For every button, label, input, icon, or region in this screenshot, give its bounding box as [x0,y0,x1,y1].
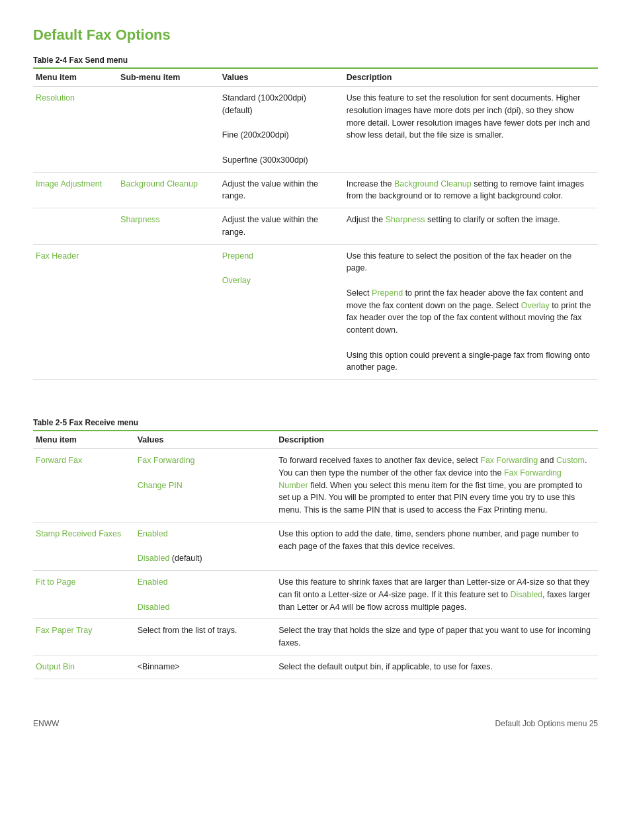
values-output-bin: <Binname> [135,655,276,679]
values-fax-paper-tray: Select from the list of trays. [135,619,276,655]
table-row: Forward Fax Fax Forwarding Change PIN To… [33,449,598,523]
desc-forward-fax: To forward received faxes to another fax… [276,449,598,523]
table2-header-row: Menu item Values Description [33,431,598,449]
table-row: Stamp Received Faxes Enabled Disabled (d… [33,522,598,570]
desc-fax-paper-tray: Select the tray that holds the size and … [276,619,598,655]
desc-fax-header: Use this feature to select the position … [344,244,598,380]
col2-values: Values [135,431,276,449]
table2-label-prefix: Table 2-5 [33,418,67,427]
table2-label: Table 2-5 Fax Receive menu [33,418,598,427]
col-values: Values [220,68,344,87]
sub-menu-sharpness: Sharpness [118,208,220,245]
values-background-cleanup: Adjust the value within the range. [220,172,344,208]
menu-item-stamp-received-faxes: Stamp Received Faxes [33,522,135,570]
table1-label-prefix: Table 2-4 [33,56,67,65]
table2-label-title: Fax Receive menu [67,418,138,427]
desc-output-bin: Select the default output bin, if applic… [276,655,598,679]
page-title: Default Fax Options [33,26,598,44]
menu-item-fax-header: Fax Header [33,244,118,380]
values-forward-fax: Fax Forwarding Change PIN [135,449,276,523]
footer-left: ENWW [33,719,59,728]
table1-label-title: Fax Send menu [67,56,128,65]
menu-item-resolution: Resolution [33,87,118,173]
sub-menu-background-cleanup: Background Cleanup [118,172,220,208]
values-stamp-received-faxes: Enabled Disabled (default) [135,522,276,570]
col-sub-menu-item: Sub-menu item [118,68,220,87]
table-row: Fit to Page Enabled Disabled Use this fe… [33,571,598,619]
sub-menu-empty-1 [118,87,220,173]
menu-item-image-adjustment: Image Adjustment [33,172,118,208]
menu-item-empty-2 [33,208,118,245]
footer-right: Default Job Options menu 25 [495,719,598,728]
values-fax-header: Prepend Overlay [220,244,344,380]
values-resolution: Standard (100x200dpi) (default) Fine (20… [220,87,344,173]
table1-label: Table 2-4 Fax Send menu [33,56,598,65]
table-row: Output Bin <Binname> Select the default … [33,655,598,679]
menu-item-fax-paper-tray: Fax Paper Tray [33,619,135,655]
table1-header-row: Menu item Sub-menu item Values Descripti… [33,68,598,87]
table-row: Sharpness Adjust the value within the ra… [33,208,598,245]
col-description: Description [344,68,598,87]
desc-fit-to-page: Use this feature to shrink faxes that ar… [276,571,598,619]
values-sharpness: Adjust the value within the range. [220,208,344,245]
col2-menu-item: Menu item [33,431,135,449]
desc-sharpness: Adjust the Sharpness setting to clarify … [344,208,598,245]
desc-stamp-received-faxes: Use this option to add the date, time, s… [276,522,598,570]
menu-item-forward-fax: Forward Fax [33,449,135,523]
menu-item-output-bin: Output Bin [33,655,135,679]
fax-send-table: Menu item Sub-menu item Values Descripti… [33,67,598,380]
col-menu-item: Menu item [33,68,118,87]
values-fit-to-page: Enabled Disabled [135,571,276,619]
menu-item-fit-to-page: Fit to Page [33,571,135,619]
desc-resolution: Use this feature to set the resolution f… [344,87,598,173]
fax-receive-table: Menu item Values Description Forward Fax… [33,430,598,679]
table-row: Image Adjustment Background Cleanup Adju… [33,172,598,208]
sub-menu-empty-3 [118,244,220,380]
col2-description: Description [276,431,598,449]
desc-background-cleanup: Increase the Background Cleanup setting … [344,172,598,208]
table-row: Fax Paper Tray Select from the list of t… [33,619,598,655]
table-row: Resolution Standard (100x200dpi) (defaul… [33,87,598,173]
table-row: Fax Header Prepend Overlay Use this feat… [33,244,598,380]
